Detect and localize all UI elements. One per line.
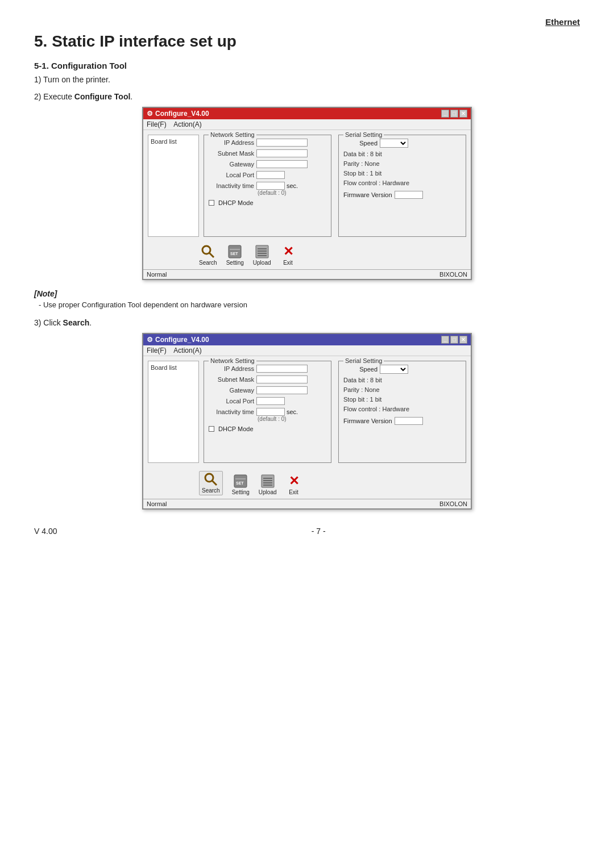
- gateway-input-2[interactable]: [256, 386, 308, 394]
- svg-text:SET: SET: [236, 481, 244, 485]
- menu-action-1[interactable]: Action(A): [173, 120, 201, 128]
- setting-button-2[interactable]: SET Setting: [232, 474, 250, 495]
- upload-button-1[interactable]: Upload: [253, 245, 271, 266]
- svg-line-1: [209, 253, 214, 257]
- svg-line-11: [212, 481, 217, 485]
- step1-text: 1) Turn on the printer.: [34, 75, 580, 84]
- flow-row-1: Flow control : Hardware: [343, 180, 461, 186]
- subnet-input-2[interactable]: [256, 375, 308, 383]
- status-brand-1: BIXOLON: [439, 271, 467, 278]
- exit-icon-2: ✕: [286, 474, 302, 488]
- inactivity-input-1[interactable]: [256, 182, 285, 190]
- dhcp-label-2: DHCP Mode: [218, 425, 254, 432]
- network-setting-2: Network Setting IP Address Subnet Mask G…: [204, 361, 331, 463]
- minimize-button-2[interactable]: _: [441, 336, 449, 344]
- restore-button-2[interactable]: □: [450, 336, 458, 344]
- serial-legend-2: Serial Setting: [343, 357, 384, 364]
- stop-bit-row-1: Stop bit : 1 bit: [343, 170, 461, 177]
- inactivity-input-2[interactable]: [256, 408, 285, 416]
- upload-icon-2: [260, 474, 276, 488]
- step3-suffix: .: [89, 318, 92, 327]
- local-port-input-1[interactable]: [256, 171, 285, 179]
- config-window-1: ⚙ Configure_V4.00 _ □ ✕ File(F) Action(A…: [142, 107, 472, 280]
- data-bit-row-2: Data bit : 8 bit: [343, 377, 461, 383]
- inactivity-inner-2: Inactivity time sec.: [209, 408, 298, 416]
- firmware-section-1: Firmware Version: [343, 191, 461, 199]
- search-icon-2: [203, 473, 219, 486]
- speed-row-2: Speed: [343, 365, 461, 374]
- board-list-panel-2: Board list: [148, 361, 199, 463]
- stop-bit-row-2: Stop bit : 1 bit: [343, 396, 461, 403]
- inactivity-label-1: Inactivity time: [209, 182, 254, 189]
- exit-button-1[interactable]: ✕ Exit: [280, 245, 296, 266]
- search-label-1: Search: [199, 260, 217, 266]
- exit-icon-1: ✕: [280, 245, 296, 258]
- search-button-2[interactable]: Search: [199, 471, 223, 495]
- flow-label-2: Flow control : Hardware: [343, 406, 409, 412]
- firmware-input-1[interactable]: [395, 191, 423, 199]
- menu-file-1[interactable]: File(F): [147, 120, 167, 128]
- ip-input-2[interactable]: [256, 365, 308, 373]
- title-icon-2: ⚙: [147, 336, 153, 344]
- gateway-label-2: Gateway: [209, 387, 254, 394]
- board-list-label-2: Board list: [151, 364, 177, 371]
- svg-point-10: [205, 474, 213, 482]
- close-button-2[interactable]: ✕: [459, 336, 467, 344]
- status-bar-1: Normal BIXOLON: [143, 269, 471, 279]
- dhcp-label-1: DHCP Mode: [218, 199, 254, 206]
- settings-area-2: Network Setting IP Address Subnet Mask G…: [204, 361, 466, 463]
- flow-row-2: Flow control : Hardware: [343, 406, 461, 412]
- step2-suffix: .: [130, 92, 132, 101]
- serial-legend-1: Serial Setting: [343, 131, 384, 138]
- subnet-row-1: Subnet Mask: [209, 149, 326, 157]
- stop-bit-label-2: Stop bit : 1 bit: [343, 396, 381, 403]
- board-list-label-1: Board list: [151, 138, 177, 145]
- toolbar-2: Search SET Setting: [194, 468, 471, 499]
- network-legend-2: Network Setting: [209, 357, 256, 364]
- title-controls-2: _ □ ✕: [441, 336, 467, 344]
- restore-button-1[interactable]: □: [450, 110, 458, 118]
- ip-label-1: IP Address: [209, 139, 254, 146]
- dhcp-checkbox-1[interactable]: [209, 200, 214, 206]
- note-text: - Use proper Configuration Tool dependen…: [39, 301, 580, 309]
- setting-icon-1: SET: [227, 245, 243, 258]
- subnet-row-2: Subnet Mask: [209, 375, 326, 383]
- exit-label-1: Exit: [283, 260, 293, 266]
- note-section: [Note] - Use proper Configuration Tool d…: [34, 289, 580, 309]
- ip-input-1[interactable]: [256, 139, 308, 147]
- menu-action-2[interactable]: Action(A): [173, 347, 201, 354]
- toolbar-1: Search SET Setting: [194, 241, 471, 269]
- minimize-button-1[interactable]: _: [441, 110, 449, 118]
- subnet-input-1[interactable]: [256, 149, 308, 157]
- serial-setting-2: Serial Setting Speed Data bit : 8 bit Pa…: [338, 361, 466, 463]
- setting-button-1[interactable]: SET Setting: [226, 245, 244, 266]
- inactivity-default-2: (default : 0): [258, 416, 287, 422]
- exit-button-2[interactable]: ✕ Exit: [286, 474, 302, 495]
- setting-icon-2: SET: [233, 474, 248, 488]
- dhcp-checkbox-2[interactable]: [209, 426, 214, 432]
- speed-dropdown-1[interactable]: [380, 139, 408, 148]
- firmware-input-2[interactable]: [395, 417, 423, 425]
- step3-bold: Search: [63, 318, 90, 327]
- network-legend-1: Network Setting: [209, 131, 256, 138]
- gateway-input-1[interactable]: [256, 160, 308, 168]
- settings-area-1: Network Setting IP Address Subnet Mask G…: [204, 135, 466, 237]
- gateway-row-2: Gateway: [209, 386, 326, 394]
- search-button-1[interactable]: Search: [199, 245, 217, 266]
- speed-dropdown-2[interactable]: [380, 365, 408, 374]
- status-bar-2: Normal BIXOLON: [143, 499, 471, 508]
- close-button-1[interactable]: ✕: [459, 110, 467, 118]
- upload-button-2[interactable]: Upload: [259, 474, 277, 495]
- page-number: - 7 -: [57, 527, 580, 536]
- ip-address-row-2: IP Address: [209, 365, 326, 373]
- title-bar-2: ⚙ Configure_V4.00 _ □ ✕: [143, 334, 471, 345]
- local-port-input-2[interactable]: [256, 397, 285, 405]
- ethernet-label: Ethernet: [545, 17, 580, 27]
- page-header: Ethernet: [34, 17, 580, 27]
- gateway-label-1: Gateway: [209, 161, 254, 168]
- menu-file-2[interactable]: File(F): [147, 347, 167, 354]
- speed-label-2: Speed: [343, 366, 377, 373]
- config-body-1: Board list Network Setting IP Address Su…: [143, 130, 471, 241]
- title-bar-left-1: ⚙ Configure_V4.00: [147, 110, 209, 118]
- note-title: [Note]: [34, 289, 580, 298]
